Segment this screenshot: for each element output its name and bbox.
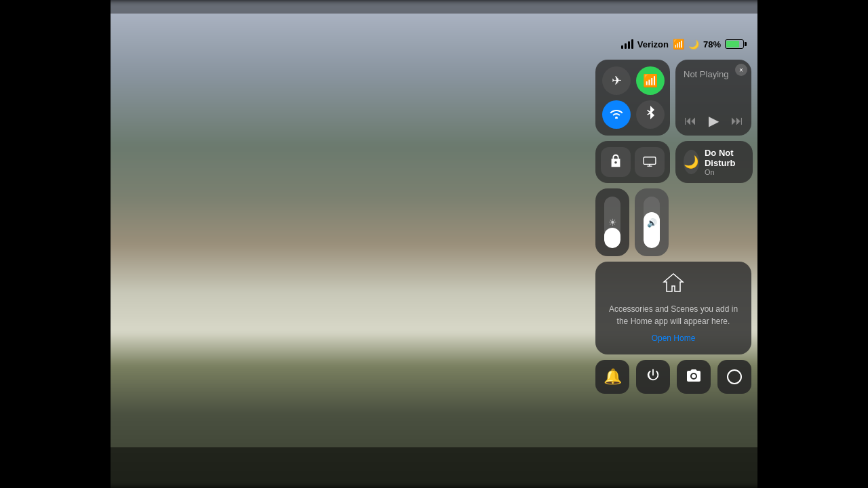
bottom-bar (111, 447, 757, 488)
open-home-link[interactable]: Open Home (652, 333, 696, 343)
alarm-button[interactable]: 🔔 (595, 360, 629, 394)
prev-track-button[interactable]: ⏮ (684, 114, 696, 128)
dnd-main-label: Do Not Disturb (705, 148, 745, 168)
cellular-icon: 📶 (643, 73, 658, 88)
lock-mirror-block (595, 141, 670, 183)
accessibility-icon (727, 369, 742, 384)
mirror-icon (642, 155, 657, 170)
status-bar: Verizon 📶 🌙 78% (111, 34, 757, 54)
quick-actions-row: 🔔 (595, 360, 751, 394)
home-app-icon (606, 272, 741, 298)
cellular-data-button[interactable]: 📶 (636, 66, 665, 95)
screen-rotation-lock-button[interactable] (601, 147, 631, 177)
accessibility-button[interactable] (717, 360, 751, 394)
now-playing-title: Not Playing (684, 69, 743, 79)
airplane-mode-button[interactable]: ✈ (602, 66, 631, 95)
airplane-icon: ✈ (612, 73, 622, 88)
dnd-text: Do Not Disturb On (705, 148, 745, 176)
connectivity-block: ✈ 📶 (595, 60, 670, 136)
power-icon (646, 367, 660, 386)
bell-icon: 🔔 (604, 368, 622, 386)
signal-bars (621, 39, 633, 49)
do-not-disturb-button[interactable]: 🌙 Do Not Disturb On (675, 141, 753, 183)
top-row: ✈ 📶 × (595, 60, 751, 136)
home-section: Accessories and Scenes you add in the Ho… (595, 262, 751, 354)
play-pause-button[interactable]: ▶ (709, 113, 719, 129)
home-description-text: Accessories and Scenes you add in the Ho… (606, 303, 741, 327)
battery-percent: 78% (703, 39, 721, 49)
wifi-status-icon: 📶 (673, 39, 684, 49)
camera-icon (686, 368, 702, 386)
battery-indicator (725, 39, 744, 49)
carrier-name: Verizon (637, 39, 669, 49)
now-playing-close-button[interactable]: × (735, 64, 747, 76)
moon-icon: 🌙 (688, 39, 699, 49)
brightness-sun-icon: ☀ (608, 217, 617, 228)
second-row: 🌙 Do Not Disturb On (595, 141, 751, 183)
svg-rect-0 (644, 157, 656, 164)
sliders-row: ☀ 🔊 (595, 188, 751, 256)
brightness-slider[interactable]: ☀ (595, 188, 629, 256)
dnd-sub-label: On (705, 168, 745, 176)
now-playing-block: × Not Playing ⏮ ▶ ⏭ (675, 60, 751, 136)
volume-track: 🔊 (644, 197, 660, 248)
brightness-fill (604, 228, 620, 248)
volume-speaker-icon: 🔊 (647, 218, 657, 228)
close-icon: × (739, 66, 743, 74)
bluetooth-button[interactable] (636, 100, 665, 129)
brightness-track: ☀ (604, 197, 620, 248)
camera-button[interactable] (677, 360, 711, 394)
now-playing-controls: ⏮ ▶ ⏭ (684, 113, 743, 129)
lock-rotation-icon (608, 153, 623, 171)
dnd-moon-icon: 🌙 (684, 150, 699, 174)
volume-slider[interactable]: 🔊 (635, 188, 669, 256)
left-bar (0, 0, 111, 488)
wifi-icon (609, 108, 624, 122)
right-bar (757, 0, 868, 488)
next-track-button[interactable]: ⏭ (731, 114, 743, 128)
screen-mirror-button[interactable] (635, 147, 665, 177)
wifi-button[interactable] (602, 100, 631, 129)
control-center: ✈ 📶 × (595, 60, 751, 394)
bluetooth-icon (646, 106, 655, 124)
power-button[interactable] (636, 360, 670, 394)
top-bar (111, 0, 757, 14)
